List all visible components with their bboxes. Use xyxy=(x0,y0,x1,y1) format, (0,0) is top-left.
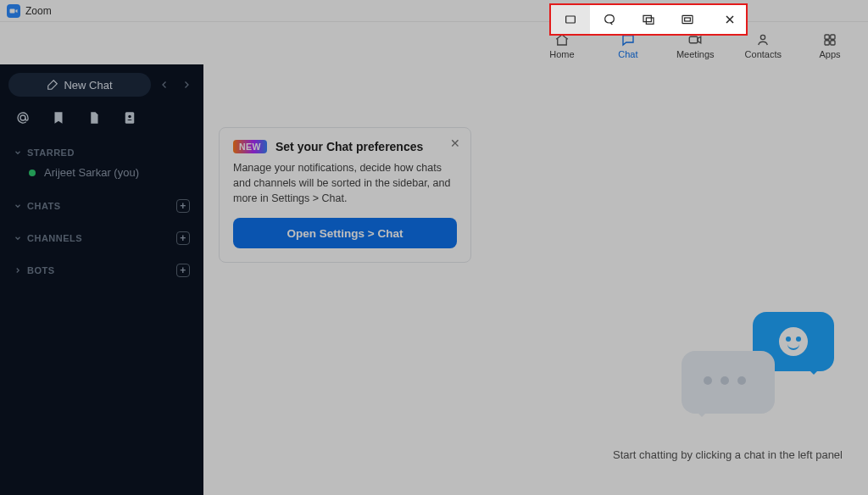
chat-sidebar: New Chat xyxy=(0,64,203,495)
section-chats-label: CHATS xyxy=(27,201,61,211)
snip-rectangular-button[interactable] xyxy=(551,5,590,34)
section-starred-header[interactable]: STARRED xyxy=(8,144,195,161)
nav-home-label: Home xyxy=(549,49,574,59)
svg-rect-0 xyxy=(10,8,15,13)
svg-rect-11 xyxy=(643,15,651,21)
open-chat-settings-button[interactable]: Open Settings > Chat xyxy=(233,218,457,248)
svg-rect-3 xyxy=(825,35,829,39)
chat-history-next-icon[interactable] xyxy=(178,76,195,93)
nav-home[interactable]: Home xyxy=(544,32,580,59)
svg-rect-5 xyxy=(825,41,829,45)
smiley-face-icon xyxy=(779,327,808,356)
new-chat-label: New Chat xyxy=(64,79,112,92)
bookmarks-icon[interactable] xyxy=(51,110,66,125)
section-bots: BOTS + xyxy=(8,260,195,281)
new-chat-row: New Chat xyxy=(8,73,195,97)
snip-close-button[interactable] xyxy=(710,5,749,34)
starred-self-item[interactable]: Arijeet Sarkar (you) xyxy=(8,161,195,184)
snip-fullscreen-button[interactable] xyxy=(668,5,707,34)
add-channel-button[interactable]: + xyxy=(176,231,190,245)
nav-apps[interactable]: Apps xyxy=(812,32,848,59)
chat-preferences-card: ✕ NEW Set your Chat preferences Manage y… xyxy=(219,127,471,263)
mentions-icon[interactable] xyxy=(15,110,31,125)
section-channels-header[interactable]: CHANNELS + xyxy=(8,228,195,248)
section-chats: CHATS + xyxy=(8,196,195,216)
section-chats-header[interactable]: CHATS + xyxy=(8,196,195,216)
pref-card-body: Manage your notifications, decide how ch… xyxy=(233,160,457,206)
window-title: Zoom xyxy=(25,5,52,17)
nav-contacts[interactable]: Contacts xyxy=(745,32,782,59)
snip-toolbar xyxy=(551,5,746,34)
zoom-logo-icon xyxy=(7,4,20,18)
nav-contacts-label: Contacts xyxy=(745,49,782,59)
svg-rect-4 xyxy=(831,35,835,39)
section-channels-label: CHANNELS xyxy=(27,233,82,243)
new-chat-button[interactable]: New Chat xyxy=(8,73,151,97)
files-icon[interactable] xyxy=(86,110,102,125)
snip-window-button[interactable] xyxy=(629,5,668,34)
pref-card-close-button[interactable]: ✕ xyxy=(448,136,462,150)
svg-rect-1 xyxy=(690,36,698,43)
nav-chat[interactable]: Chat xyxy=(610,32,646,59)
nav-apps-label: Apps xyxy=(819,49,840,59)
chat-history-prev-icon[interactable] xyxy=(156,76,173,93)
new-badge: NEW xyxy=(233,140,267,153)
svg-point-9 xyxy=(128,115,131,118)
presence-online-icon xyxy=(29,170,36,176)
contact-requests-icon[interactable] xyxy=(122,110,137,125)
svg-rect-13 xyxy=(682,15,693,23)
nav-meetings-label: Meetings xyxy=(676,49,715,59)
starred-self-name: Arijeet Sarkar (you) xyxy=(44,166,139,179)
main-pane: ✕ NEW Set your Chat preferences Manage y… xyxy=(203,64,868,495)
nav-chat-label: Chat xyxy=(618,49,637,59)
section-starred-label: STARRED xyxy=(27,147,75,158)
sidebar-quick-icons xyxy=(8,97,195,132)
section-channels: CHANNELS + xyxy=(8,228,195,248)
svg-rect-12 xyxy=(646,18,654,24)
app-root: Zoom Home Chat Meetings Contacts Apps xyxy=(0,0,868,495)
svg-point-7 xyxy=(20,115,25,120)
svg-rect-10 xyxy=(566,16,576,23)
snip-freeform-button[interactable] xyxy=(590,5,629,34)
empty-chat-illustration xyxy=(682,312,834,414)
add-bot-button[interactable]: + xyxy=(176,264,190,277)
pref-card-title: Set your Chat preferences xyxy=(275,140,423,153)
speech-bubble-gray-icon xyxy=(682,351,775,414)
svg-point-2 xyxy=(761,35,765,39)
svg-rect-14 xyxy=(685,18,691,21)
section-bots-label: BOTS xyxy=(27,265,55,275)
nav-meetings[interactable]: Meetings xyxy=(676,32,715,59)
section-bots-header[interactable]: BOTS + xyxy=(8,260,195,281)
svg-rect-6 xyxy=(831,41,835,45)
section-starred: STARRED Arijeet Sarkar (you) xyxy=(8,144,195,184)
add-chat-button[interactable]: + xyxy=(176,199,190,213)
empty-state-text: Start chatting by clicking a chat in the… xyxy=(613,448,843,461)
